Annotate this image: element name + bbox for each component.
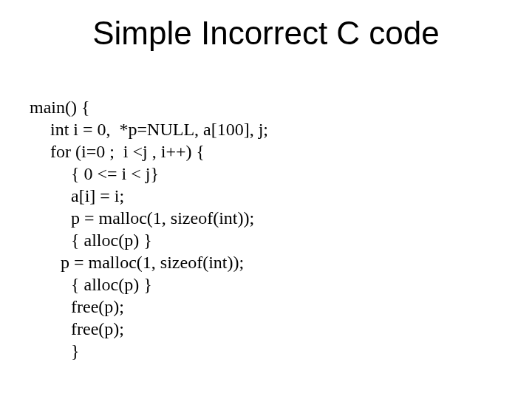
code-line: for (i=0 ; i <j , i++) {: [30, 140, 205, 163]
code-line: p = malloc(1, sizeof(int));: [30, 251, 244, 273]
code-line: p = malloc(1, sizeof(int));: [30, 207, 254, 229]
code-line: a[i] = i;: [30, 185, 124, 207]
code-line: { 0 <= i < j}: [30, 163, 159, 185]
code-line: { alloc(p) }: [30, 229, 152, 251]
code-line: }: [30, 340, 80, 362]
code-line: main() {: [30, 98, 90, 117]
slide-title: Simple Incorrect C code: [0, 15, 532, 52]
code-block: main() { int i = 0, *p=NULL, a[100], j; …: [30, 74, 268, 384]
slide: Simple Incorrect C code main() { int i =…: [0, 0, 532, 399]
code-line: int i = 0, *p=NULL, a[100], j;: [30, 118, 268, 140]
code-line: free(p);: [30, 296, 124, 318]
code-line: { alloc(p) }: [30, 273, 152, 296]
code-line: free(p);: [30, 318, 124, 340]
